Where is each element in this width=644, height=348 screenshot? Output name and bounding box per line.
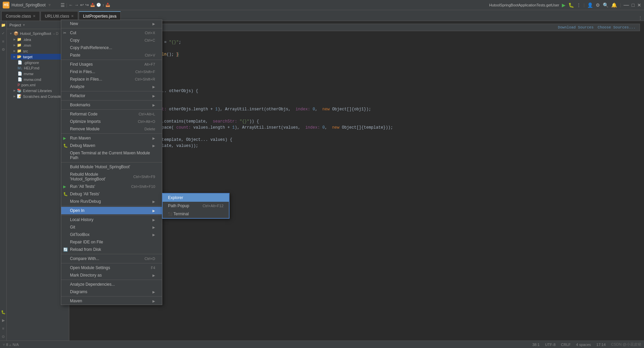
menu-item-repair-ide[interactable]: Repair IDE on File [61, 238, 162, 246]
menu-item-replace-in-files[interactable]: Replace in Files... Ctrl+Shift+R [61, 75, 162, 83]
search-icon[interactable]: 🔍 [603, 2, 609, 8]
menu-item-more-run-debug[interactable]: More Run/Debug ▶ [61, 198, 162, 205]
download-sources-link[interactable]: Download Sources [558, 25, 594, 29]
menu-item-diagrams[interactable]: Diagrams ▶ [61, 288, 162, 296]
menu-item-debug-maven[interactable]: 🐛 Debug Maven ▶ [61, 142, 162, 149]
toolbar-back-icon[interactable]: ← [69, 2, 73, 7]
notification-icon[interactable]: 🔔 [611, 2, 617, 8]
menu-item-bookmarks[interactable]: Bookmarks ▶ [61, 101, 162, 109]
tree-item-target[interactable]: ▶ 📂 target [11, 54, 69, 60]
menu-item-run-all-tests[interactable]: ▶ Run 'All Tests' Ctrl+Shift+F10 [61, 183, 162, 190]
menu-item-local-history[interactable]: Local History ▶ [61, 216, 162, 223]
project-tree: ▼ 📦 Hutool_SpringBoot – D ▶ 📁 .idea ▶ 📁 … [7, 29, 69, 341]
folder-icon: 📁 [17, 37, 22, 42]
menu-item-rebuild-module[interactable]: Rebuild Module 'Hutool_SpringBoot' Ctrl+… [61, 171, 162, 183]
menu-item-run-maven[interactable]: ▶ Run Maven ▶ [61, 134, 162, 142]
submenu-item-path-popup[interactable]: Path Popup Ctrl+Alt+F12 [163, 202, 229, 210]
menu-item-paste[interactable]: Paste Ctrl+V [61, 51, 162, 59]
toolbar-arrow-up-icon[interactable]: ↑ [102, 3, 104, 7]
tree-item-ext-libs[interactable]: ▶ 📚 External Libraries [11, 88, 69, 93]
menu-item-remove-module[interactable]: Remove Module Delete [61, 125, 162, 133]
git-icon: ⑂ [3, 343, 5, 347]
folder-icon: 📁 [17, 49, 22, 53]
more-run-icon[interactable]: ⋮ [577, 3, 581, 7]
file-icon: M↓ [18, 66, 23, 70]
close-button[interactable]: ✕ [637, 2, 641, 8]
toolbar-fwd-icon[interactable]: → [74, 2, 79, 7]
line-sep-status[interactable]: CRLF [561, 343, 571, 347]
tree-item-mvn[interactable]: ▶ 📁 .mvn [11, 42, 69, 48]
root-icon: 📦 [14, 31, 19, 36]
tab-listproperties[interactable]: ListProperties.java [79, 11, 121, 21]
bottom-tool-1[interactable]: 🐛 [1, 309, 6, 315]
tree-item-label: .idea [23, 38, 31, 42]
toolbar-icon-hamburger[interactable]: ☰ [61, 2, 65, 8]
menu-item-debug-all-tests[interactable]: 🐛 Debug 'All Tests' [61, 190, 162, 198]
menu-item-mark-directory[interactable]: Mark Directory as ▶ [61, 271, 162, 279]
tree-item-src[interactable]: ▶ 📁 src [11, 48, 69, 54]
menu-item-new[interactable]: New ▶ [61, 20, 162, 27]
settings-icon[interactable]: ⚙ [596, 2, 600, 8]
menu-item-refactor[interactable]: Refactor ▶ [61, 92, 162, 100]
menu-item-copy-path[interactable]: Copy Path/Reference... [61, 44, 162, 51]
structure-tool-icon[interactable]: ≡ [1, 39, 6, 44]
tab-close-icon[interactable]: ✕ [71, 14, 74, 18]
code-line: void log() { System.out.println(); } [86, 51, 640, 58]
menu-item-reload-from-disk[interactable]: 🔄 Reload from Disk [61, 246, 162, 253]
toolbar-redo-icon[interactable]: ↪ [85, 2, 89, 7]
menu-item-optimize-imports[interactable]: Optimize Imports Ctrl+Alt+O [61, 118, 162, 125]
toolbar-history-icon[interactable]: 🕐 [96, 3, 101, 7]
toolbar-push-icon[interactable]: 📥 [105, 3, 110, 7]
menu-item-build-module[interactable]: Build Module 'Hutool_SpringBoot' [61, 163, 162, 171]
toolbar-undo-icon[interactable]: ↩ [80, 2, 84, 7]
bottom-tool-4[interactable]: ⊙ [1, 334, 6, 339]
line-col-status[interactable]: 38:1 [532, 343, 540, 347]
menu-item-open-module-settings[interactable]: Open Module Settings F4 [61, 264, 162, 271]
tab-more-icon[interactable]: ⋮ [638, 15, 643, 21]
menu-item-copy[interactable]: Copy Ctrl+C [61, 37, 162, 44]
debug-button[interactable]: 🐛 [568, 2, 574, 8]
menu-item-compare-with[interactable]: Compare With... Ctrl+D [61, 255, 162, 262]
tree-arrow: ▶ [14, 49, 16, 52]
profile-icon[interactable]: 👤 [587, 2, 593, 8]
csdn-watermark: CSDN @小花皮猪 [611, 342, 641, 347]
tab-console-class[interactable]: Console.class ✕ [1, 11, 40, 21]
encoding-status[interactable]: UTF-8 [545, 343, 555, 347]
tree-item-idea[interactable]: ▶ 📁 .idea [11, 37, 69, 42]
bottom-tool-3[interactable]: ≡ [1, 326, 6, 331]
tab-urlutil-class[interactable]: URLUtil.class ✕ [41, 11, 78, 21]
menu-item-cut[interactable]: ✂ Cut Ctrl+X [61, 29, 162, 37]
menu-item-find-usages[interactable]: Find Usages Alt+F7 [61, 61, 162, 68]
status-bar: ⑂ 8 △ N/A 38:1 UTF-8 CRLF 4 spaces 17:14… [0, 341, 644, 348]
menu-item-reformat[interactable]: Reformat Code Ctrl+Alt+L [61, 110, 162, 118]
run-button[interactable]: ▶ [562, 2, 566, 8]
file-icon: P [18, 83, 20, 87]
maximize-button[interactable]: □ [632, 2, 635, 8]
ext-libs-icon: 📚 [17, 88, 22, 93]
toolbar-git-icon[interactable]: 📤 [90, 3, 95, 7]
menu-item-gittoolbox[interactable]: GitToolBox ▶ [61, 231, 162, 238]
menu-item-open-terminal-maven[interactable]: Open Terminal at the Current Maven Modul… [61, 149, 162, 161]
commit-tool-icon[interactable]: ✓ [1, 30, 6, 36]
tab-close-icon[interactable]: ✕ [33, 14, 35, 18]
minimize-button[interactable]: — [624, 2, 629, 8]
services-tool-icon[interactable]: ⚙ [1, 47, 6, 52]
code-line: t) { [86, 149, 640, 155]
project-tool-icon[interactable]: 📁 [1, 22, 6, 28]
bottom-tool-2[interactable]: ▶ [1, 318, 6, 323]
indent-status[interactable]: 4 spaces [576, 343, 591, 347]
side-icons-panel: 📁 ✓ ≡ ⚙ 🐛 ▶ ≡ ⊙ [0, 21, 7, 341]
tree-item-root[interactable]: ▼ 📦 Hutool_SpringBoot – D [7, 30, 69, 37]
menu-item-maven[interactable]: Maven ▶ [61, 297, 162, 305]
menu-item-analyze-deps[interactable]: Analyze Dependencies... [61, 281, 162, 288]
choose-sources-link[interactable]: Choose Sources... [598, 25, 636, 29]
menu-item-git[interactable]: Git ▶ [61, 223, 162, 231]
submenu-item-terminal[interactable]: ⬛ Terminal [163, 210, 229, 218]
menu-item-open-in[interactable]: Open In ▶ [61, 207, 162, 214]
submenu-item-explorer[interactable]: Explorer [163, 194, 229, 202]
menu-item-analyze[interactable]: Analyze ▶ [61, 83, 162, 90]
file-icon: 📄 [18, 71, 22, 76]
menu-item-find-in-files[interactable]: Find in Files... Ctrl+Shift+F [61, 68, 162, 75]
tree-item-scratches[interactable]: ▶ 📝 Scratches and Consoles [11, 93, 69, 99]
code-line: instanceof Throwable) { [86, 64, 640, 70]
